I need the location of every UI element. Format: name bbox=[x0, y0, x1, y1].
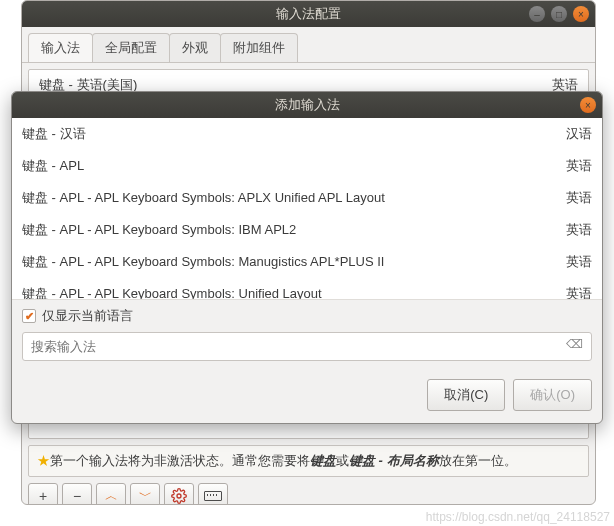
hint-bar: ★第一个输入法将为非激活状态。通常您需要将键盘或键盘 - 布局名称放在第一位。 bbox=[28, 445, 589, 477]
gear-icon bbox=[171, 488, 187, 504]
item-lang: 英语 bbox=[566, 285, 592, 300]
dialog-window-buttons: × bbox=[580, 97, 596, 113]
hint-or: 或 bbox=[336, 453, 349, 468]
config-titlebar: 输入法配置 – □ × bbox=[22, 1, 595, 27]
move-up-button[interactable]: ︿ bbox=[96, 483, 126, 505]
dialog-close-button[interactable]: × bbox=[580, 97, 596, 113]
svg-point-0 bbox=[177, 494, 181, 498]
keyboard-button[interactable] bbox=[198, 483, 228, 505]
tab-input-method[interactable]: 输入法 bbox=[28, 33, 93, 62]
hint-bold-2: 键盘 - 布局名称 bbox=[349, 453, 439, 468]
tabbar: 输入法 全局配置 外观 附加组件 bbox=[22, 27, 595, 63]
clear-icon[interactable]: ⌫ bbox=[566, 337, 583, 351]
minimize-button[interactable]: – bbox=[529, 6, 545, 22]
hint-text-2: 放在第一位。 bbox=[439, 453, 517, 468]
list-item[interactable]: 键盘 - APL - APL Keyboard Symbols: APLX Un… bbox=[12, 182, 602, 214]
only-current-lang-checkbox[interactable]: ✔ bbox=[22, 309, 36, 323]
item-name: 键盘 - APL bbox=[22, 157, 566, 175]
item-lang: 英语 bbox=[566, 221, 592, 239]
dialog-buttons: 取消(C) 确认(O) bbox=[12, 371, 602, 423]
remove-button[interactable]: − bbox=[62, 483, 92, 505]
close-button[interactable]: × bbox=[573, 6, 589, 22]
config-title: 输入法配置 bbox=[28, 5, 589, 23]
settings-button[interactable] bbox=[164, 483, 194, 505]
only-current-lang-label: 仅显示当前语言 bbox=[42, 307, 133, 325]
list-item[interactable]: 键盘 - APL英语 bbox=[12, 150, 602, 182]
item-lang: 英语 bbox=[566, 157, 592, 175]
ok-button[interactable]: 确认(O) bbox=[513, 379, 592, 411]
move-down-button[interactable]: ﹀ bbox=[130, 483, 160, 505]
add-input-dialog: 添加输入法 × 键盘 - 汉语汉语 键盘 - APL英语 键盘 - APL - … bbox=[11, 91, 603, 424]
dialog-body: 键盘 - 汉语汉语 键盘 - APL英语 键盘 - APL - APL Keyb… bbox=[12, 118, 602, 423]
hint-text-1: 第一个输入法将为非激活状态。通常您需要将 bbox=[50, 453, 310, 468]
tab-global-config[interactable]: 全局配置 bbox=[92, 33, 170, 62]
item-lang: 英语 bbox=[566, 189, 592, 207]
item-name: 键盘 - APL - APL Keyboard Symbols: Unified… bbox=[22, 285, 566, 300]
list-item[interactable]: 键盘 - APL - APL Keyboard Symbols: Manugis… bbox=[12, 246, 602, 278]
watermark: https://blog.csdn.net/qq_24118527 bbox=[426, 510, 610, 524]
list-item[interactable]: 键盘 - APL - APL Keyboard Symbols: Unified… bbox=[12, 278, 602, 300]
add-button[interactable]: + bbox=[28, 483, 58, 505]
available-list[interactable]: 键盘 - 汉语汉语 键盘 - APL英语 键盘 - APL - APL Keyb… bbox=[12, 118, 602, 300]
item-name: 键盘 - 汉语 bbox=[22, 125, 566, 143]
toolbar: + − ︿ ﹀ bbox=[22, 483, 595, 505]
item-lang: 汉语 bbox=[566, 125, 592, 143]
keyboard-icon bbox=[204, 491, 222, 501]
item-lang: 英语 bbox=[566, 253, 592, 271]
hint-bold-1: 键盘 bbox=[310, 453, 336, 468]
tab-addons[interactable]: 附加组件 bbox=[220, 33, 298, 62]
item-name: 键盘 - APL - APL Keyboard Symbols: IBM APL… bbox=[22, 221, 566, 239]
cancel-button[interactable]: 取消(C) bbox=[427, 379, 505, 411]
search-row: ⌫ bbox=[12, 332, 602, 371]
tab-appearance[interactable]: 外观 bbox=[169, 33, 221, 62]
list-item[interactable]: 键盘 - APL - APL Keyboard Symbols: IBM APL… bbox=[12, 214, 602, 246]
dialog-titlebar: 添加输入法 × bbox=[12, 92, 602, 118]
item-name: 键盘 - APL - APL Keyboard Symbols: Manugis… bbox=[22, 253, 566, 271]
search-input[interactable] bbox=[22, 332, 592, 361]
list-item[interactable]: 键盘 - 汉语汉语 bbox=[12, 118, 602, 150]
only-current-lang-row[interactable]: ✔ 仅显示当前语言 bbox=[12, 300, 602, 332]
item-name: 键盘 - APL - APL Keyboard Symbols: APLX Un… bbox=[22, 189, 566, 207]
maximize-button[interactable]: □ bbox=[551, 6, 567, 22]
star-icon: ★ bbox=[37, 453, 50, 468]
dialog-title: 添加输入法 bbox=[18, 96, 596, 114]
window-buttons: – □ × bbox=[529, 6, 589, 22]
